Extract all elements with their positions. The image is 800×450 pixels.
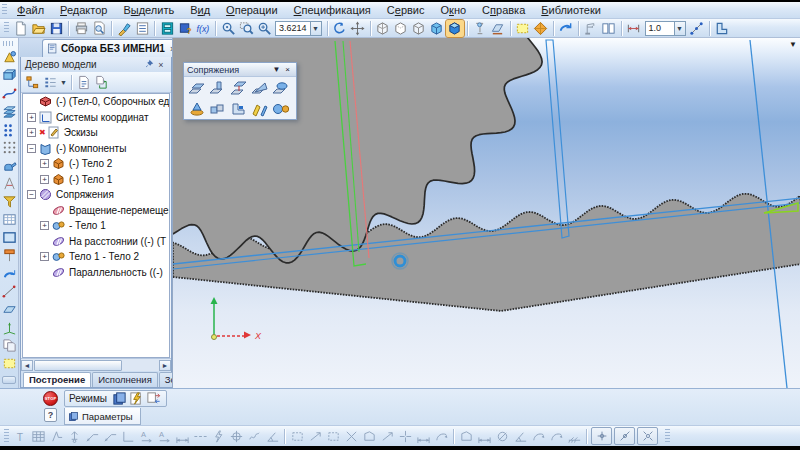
dim-chain-icon[interactable] (173, 428, 191, 445)
menu-Справка[interactable]: Справка (474, 3, 533, 17)
dim-arc-icon[interactable] (547, 428, 565, 445)
sketch-edge-blue[interactable] (546, 40, 569, 238)
save-icon[interactable] (47, 20, 65, 37)
isometry-icon[interactable] (532, 20, 550, 37)
cube-wire1-icon[interactable] (374, 20, 392, 37)
surfaces-icon[interactable] (0, 102, 18, 120)
corner-L-icon[interactable] (713, 20, 731, 37)
axes3d-icon[interactable] (0, 318, 18, 336)
mode-flash-icon[interactable] (128, 391, 145, 406)
menu-Файл[interactable]: Файл (9, 3, 52, 17)
snap-axis-button[interactable] (614, 427, 635, 445)
roughness-icon[interactable] (47, 428, 65, 445)
preview-icon[interactable] (90, 20, 108, 37)
datum-icon[interactable] (65, 428, 83, 445)
tree-item[interactable]: +- Тело 1 (23, 218, 169, 234)
bottom-toolbar-grip[interactable] (4, 429, 9, 443)
leader-base-icon[interactable] (119, 428, 137, 445)
tree-item[interactable]: −(-) Компоненты (23, 141, 169, 157)
doc-card-icon[interactable] (75, 74, 93, 91)
arrow-size-icon[interactable] (414, 428, 432, 445)
tree-item[interactable]: Вращение-перемещение (23, 203, 169, 219)
dim-linear-icon[interactable] (475, 428, 493, 445)
menu-Выделить[interactable]: Выделить (115, 3, 182, 17)
cross-out-icon[interactable] (342, 428, 360, 445)
mates-close-icon[interactable]: × (282, 65, 293, 74)
dim-check-icon[interactable] (625, 20, 643, 37)
scale-frame-icon[interactable] (324, 428, 342, 445)
tab-ispolneniya[interactable]: Исполнения (92, 372, 158, 387)
mate-dependent-icon[interactable] (228, 99, 249, 118)
expander-icon[interactable]: + (27, 128, 36, 137)
fx-icon[interactable]: f(x) (194, 20, 212, 37)
expander-icon[interactable]: + (40, 221, 49, 230)
pour-icon[interactable] (0, 156, 18, 174)
rotate-icon[interactable] (331, 20, 349, 37)
points-icon[interactable] (0, 120, 18, 138)
cube-wire3-icon[interactable] (410, 20, 428, 37)
tree-hscrollbar[interactable]: ◄ ► (21, 358, 171, 371)
show-dashed-icon[interactable] (514, 20, 532, 37)
menu-Библиотеки[interactable]: Библиотеки (533, 3, 609, 17)
tree-item[interactable]: +Системы координат (23, 110, 169, 126)
zoom-area-icon[interactable] (219, 20, 237, 37)
mode-sheets-icon[interactable] (111, 391, 128, 406)
shell-icon[interactable] (0, 264, 18, 282)
new-icon[interactable] (11, 20, 29, 37)
copy-frame-icon[interactable] (288, 428, 306, 445)
variables-icon[interactable]: ? (176, 20, 194, 37)
scroll-left-icon[interactable]: ◄ (21, 360, 33, 371)
bottom-toolbar-grip2[interactable] (665, 429, 670, 443)
signpost-icon[interactable] (0, 246, 18, 264)
list-icon[interactable] (133, 20, 151, 37)
mate-symmetry-icon[interactable] (249, 99, 270, 118)
document-tab[interactable]: Сборка БЕЗ ИМЕНИ1 × (42, 39, 180, 57)
menu-Редактор[interactable]: Редактор (52, 3, 115, 17)
tree-item[interactable]: Параллельность ((-) (23, 265, 169, 281)
tree-item[interactable]: +(-) Тело 2 (23, 156, 169, 172)
expander-icon[interactable]: + (40, 175, 49, 184)
scroll-thumb[interactable] (34, 360, 122, 371)
center-mark-icon[interactable] (227, 428, 245, 445)
parameters-tab[interactable]: Параметры (64, 408, 141, 425)
table-insert-icon[interactable] (29, 428, 47, 445)
menu-Спецификация[interactable]: Спецификация (286, 3, 379, 17)
mate-tangent-icon[interactable] (270, 78, 291, 97)
tree-item[interactable]: (-) (Тел-0, Сборочных единиц (23, 94, 169, 110)
tree-composition-icon[interactable] (41, 74, 59, 91)
mate-coincident-icon[interactable] (207, 99, 228, 118)
tree-structure-icon[interactable] (23, 74, 41, 91)
doc-relations-icon[interactable] (93, 74, 111, 91)
expander-icon[interactable]: + (40, 159, 49, 168)
funnel-icon[interactable] (0, 192, 18, 210)
mode-swap-icon[interactable] (145, 391, 162, 406)
insert-frame-icon[interactable] (396, 428, 414, 445)
print-icon[interactable] (72, 20, 90, 37)
measure-line-icon[interactable] (0, 282, 18, 300)
toolbar-grip[interactable] (4, 22, 9, 35)
dim-radial-icon[interactable] (529, 428, 547, 445)
dashed-box-icon[interactable] (0, 354, 18, 372)
scroll-right-icon[interactable]: ► (159, 360, 171, 371)
move-frame-icon[interactable] (306, 428, 324, 445)
menu-Окно[interactable]: Окно (433, 3, 475, 17)
points-grid-icon[interactable] (0, 138, 18, 156)
menu-Сервис[interactable]: Сервис (379, 3, 433, 17)
tree-item[interactable]: +Тело 1 - Тело 2 (23, 249, 169, 265)
caliper-icon[interactable] (0, 174, 18, 192)
project-arc-icon[interactable] (432, 428, 450, 445)
mate-perpendicular-icon[interactable] (207, 78, 228, 97)
stop-button[interactable]: STOP (43, 391, 58, 406)
hide-face-icon[interactable] (489, 20, 507, 37)
cube-wire2-icon[interactable] (392, 20, 410, 37)
library-icon[interactable] (158, 20, 176, 37)
waveline-icon[interactable] (245, 428, 263, 445)
hatch-base-icon[interactable] (565, 428, 583, 445)
help-button[interactable]: ? (44, 408, 57, 422)
snap-point-button[interactable] (591, 427, 612, 445)
scale-value-combo-dropdown-icon[interactable]: ▼ (674, 22, 685, 35)
axis-line-icon[interactable] (191, 428, 209, 445)
spline-icon[interactable] (0, 84, 18, 102)
expander-icon[interactable]: − (27, 144, 36, 153)
corner-dim-icon[interactable] (263, 428, 281, 445)
